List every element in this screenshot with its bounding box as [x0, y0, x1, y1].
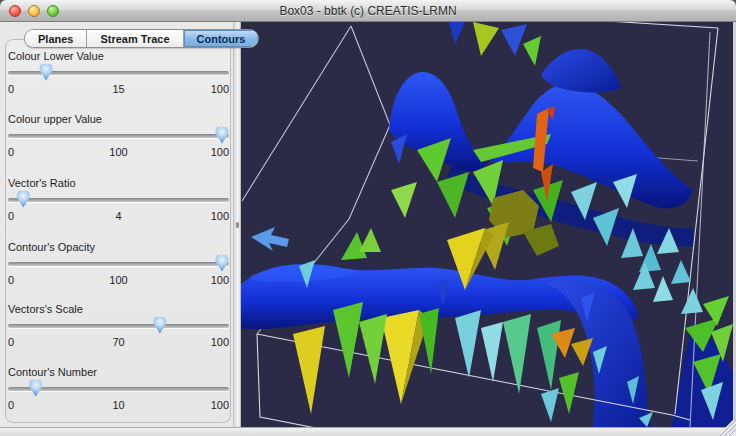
- main-area: Planes Stream Trace Contours Colour Lowe…: [0, 22, 736, 427]
- tab-contours[interactable]: Contours: [184, 30, 259, 47]
- app-window: Box03 - bbtk (c) CREATIS-LRMN Planes Str…: [0, 0, 736, 436]
- slider-scale: 0 70 100: [8, 336, 229, 348]
- contour-opacity-slider[interactable]: [8, 255, 229, 273]
- slider-scale: 0 100 100: [8, 146, 229, 158]
- minimize-button[interactable]: [28, 5, 40, 17]
- tab-planes[interactable]: Planes: [25, 30, 87, 47]
- colour-upper-slider[interactable]: [8, 127, 229, 145]
- slider-label: Vector's Ratio: [8, 177, 229, 190]
- slider-thumb[interactable]: [215, 255, 229, 272]
- slider-scale: 0 10 100: [8, 399, 229, 411]
- tab-stream-trace[interactable]: Stream Trace: [87, 30, 183, 47]
- slider-label: Vectors's Scale: [8, 303, 229, 316]
- slider-thumb[interactable]: [39, 64, 53, 81]
- vector-field-scene: [241, 22, 733, 427]
- slider-label: Contour's Opacity: [8, 241, 229, 254]
- slider-scale: 0 100 100: [8, 274, 229, 286]
- slider-scale: 0 4 100: [8, 210, 229, 222]
- render-viewport-3d[interactable]: [241, 22, 733, 427]
- slider-thumb[interactable]: [153, 317, 167, 334]
- splitter-handle[interactable]: [236, 222, 239, 228]
- vectors-scale-slider[interactable]: [8, 317, 229, 335]
- vector-ratio-slider[interactable]: [8, 191, 229, 209]
- slider-track[interactable]: [8, 262, 229, 266]
- slider-scale: 0 15 100: [8, 83, 229, 95]
- slider-thumb[interactable]: [16, 191, 30, 208]
- slider-label: Colour upper Value: [8, 113, 229, 126]
- slider-track[interactable]: [8, 324, 229, 328]
- slider-thumb[interactable]: [215, 127, 229, 144]
- contour-number-slider[interactable]: [8, 380, 229, 398]
- control-panel: Planes Stream Trace Contours Colour Lowe…: [0, 22, 233, 427]
- slider-group-vectors-scale: Vectors's Scale 0 70 100: [8, 303, 229, 349]
- slider-thumb[interactable]: [29, 380, 43, 397]
- slider-group-contour-number: Contour's Number 0 10 100: [8, 366, 229, 412]
- window-title: Box03 - bbtk (c) CREATIS-LRMN: [279, 4, 456, 18]
- slider-group-contour-opacity: Contour's Opacity 0 100 100: [8, 241, 229, 287]
- slider-group-vector-ratio: Vector's Ratio 0 4 100: [8, 177, 229, 223]
- status-bar: [0, 427, 736, 436]
- slider-track[interactable]: [8, 134, 229, 138]
- resize-grip[interactable]: [720, 420, 736, 436]
- tab-bar: Planes Stream Trace Contours: [24, 29, 259, 48]
- zoom-button[interactable]: [47, 5, 59, 17]
- slider-track[interactable]: [8, 198, 229, 202]
- title-bar[interactable]: Box03 - bbtk (c) CREATIS-LRMN: [0, 0, 736, 22]
- slider-group-colour-upper: Colour upper Value 0 100 100: [8, 113, 229, 159]
- close-button[interactable]: [9, 5, 21, 17]
- colour-lower-slider[interactable]: [8, 64, 229, 82]
- slider-group-colour-lower: Colour Lower Value 0 15 100: [8, 50, 229, 96]
- slider-label: Colour Lower Value: [8, 50, 229, 63]
- slider-label: Contour's Number: [8, 366, 229, 379]
- panel-splitter[interactable]: [233, 22, 241, 427]
